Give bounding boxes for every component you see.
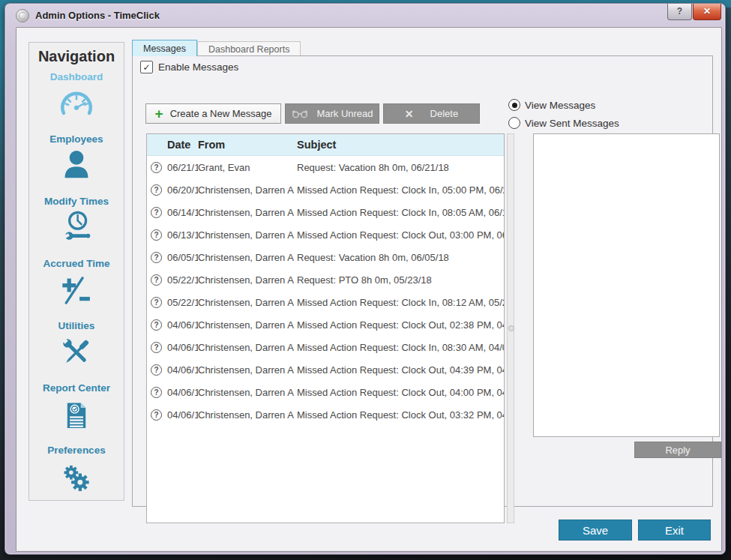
- person-icon: [57, 146, 96, 185]
- gears-icon: [57, 457, 96, 496]
- message-preview-panel: [533, 133, 720, 437]
- message-row[interactable]: ?06/14/18Christensen, Darren AMissed Act…: [147, 201, 504, 223]
- radio-label: View Sent Messages: [525, 118, 619, 129]
- message-row[interactable]: ?06/05/18Christensen, Darren ARequest: V…: [147, 246, 504, 268]
- cell-date: 04/06/18: [167, 319, 198, 331]
- cell-from: Christensen, Darren A: [198, 297, 297, 308]
- message-row[interactable]: ?04/06/18Christensen, Darren AMissed Act…: [147, 313, 504, 336]
- column-header-subject[interactable]: Subject: [297, 139, 504, 151]
- cell-date: 04/06/18: [167, 409, 198, 421]
- delete-label: Delete: [430, 108, 459, 119]
- splitter-handle[interactable]: [507, 133, 514, 523]
- reply-button[interactable]: Reply: [634, 442, 721, 458]
- radio-view-messages[interactable]: View Messages: [508, 96, 619, 114]
- message-row[interactable]: ?04/06/18Christensen, Darren AMissed Act…: [147, 381, 504, 403]
- cell-subject: Missed Action Request: Clock In, 05:00 P…: [297, 184, 504, 196]
- cell-date: 05/22/18: [167, 297, 198, 308]
- report-document-icon: [57, 395, 96, 434]
- cell-date: 06/13/18: [167, 229, 198, 241]
- radio-dot-icon: [512, 103, 517, 108]
- cell-from: Christensen, Darren A: [198, 319, 297, 331]
- navigation-title: Navigation: [29, 48, 124, 65]
- message-row[interactable]: ?04/06/18Christensen, Darren AMissed Act…: [147, 358, 504, 381]
- cell-date: 06/05/18: [167, 252, 198, 263]
- window-title: Admin Options - TimeClick: [35, 10, 160, 21]
- sidebar-item-utilities[interactable]: Utilities: [57, 320, 96, 382]
- cell-date: 06/21/18: [167, 162, 198, 173]
- checkbox-check-icon: ✓: [140, 61, 153, 73]
- cell-subject: Request: Vacation 8h 0m, 06/21/18: [297, 162, 504, 173]
- plus-icon: +: [155, 106, 163, 121]
- message-row[interactable]: ?04/06/18Christensen, Darren AMissed Act…: [147, 336, 504, 358]
- messages-tab-panel: ✓ Enable Messages + Create a New Message: [132, 55, 713, 507]
- sidebar-item-label: Preferences: [47, 445, 105, 456]
- radio-circle-icon: [508, 117, 520, 129]
- sidebar-item-dashboard[interactable]: Dashboard: [50, 71, 103, 133]
- mark-unread-label: Mark Unread: [316, 108, 373, 119]
- sidebar-item-label: Report Center: [43, 382, 110, 394]
- sidebar-item-accrued-time[interactable]: Accrued Time: [43, 258, 109, 320]
- sidebar-item-label: Utilities: [58, 320, 95, 331]
- glasses-icon: [291, 109, 309, 118]
- close-button[interactable]: ✕: [693, 4, 721, 20]
- question-status-icon: ?: [151, 184, 162, 196]
- radio-circle-icon: [508, 99, 520, 111]
- enable-messages-checkbox[interactable]: ✓ Enable Messages: [140, 61, 238, 73]
- messages-table-body: ?06/21/18Grant, EvanRequest: Vacation 8h…: [147, 156, 504, 426]
- question-status-icon: ?: [151, 162, 162, 173]
- navigation-items: Dashboard Employees Modify Times Accrued…: [29, 71, 124, 507]
- question-status-icon: ?: [151, 274, 162, 286]
- question-status-icon: ?: [151, 297, 162, 308]
- tab-dashboard-reports[interactable]: Dashboard Reports: [197, 41, 301, 56]
- question-status-icon: ?: [151, 207, 162, 218]
- cell-from: Grant, Evan: [198, 162, 297, 173]
- crossed-tools-icon: [57, 333, 96, 372]
- create-new-message-button[interactable]: + Create a New Message: [145, 103, 281, 124]
- column-header-date[interactable]: Date: [167, 139, 198, 151]
- cell-date: 05/22/18: [167, 274, 198, 286]
- cell-subject: Request: PTO 8h 0m, 05/23/18: [297, 274, 504, 286]
- sidebar-item-modify-times[interactable]: Modify Times: [44, 196, 109, 258]
- cell-from: Christensen, Darren A: [198, 342, 297, 353]
- cell-from: Christensen, Darren A: [198, 387, 297, 398]
- tab-bar: MessagesDashboard Reports: [132, 40, 301, 56]
- cell-from: Christensen, Darren A: [198, 252, 297, 263]
- sidebar-item-label: Accrued Time: [43, 258, 109, 269]
- delete-button[interactable]: ✕ Delete: [383, 103, 480, 124]
- cell-subject: Missed Action Request: Clock In, 08:30 A…: [297, 342, 504, 353]
- cell-subject: Missed Action Request: Clock In, 08:05 A…: [297, 207, 504, 218]
- message-row[interactable]: ?05/22/18Christensen, Darren AMissed Act…: [147, 291, 504, 313]
- app-logo-icon: [16, 9, 29, 22]
- message-row[interactable]: ?04/06/18Christensen, Darren AMissed Act…: [147, 403, 504, 426]
- cell-date: 04/06/18: [167, 364, 198, 376]
- radio-view-sent-messages[interactable]: View Sent Messages: [508, 114, 619, 132]
- message-row[interactable]: ?05/22/18Christensen, Darren ARequest: P…: [147, 268, 504, 291]
- sidebar-item-label: Employees: [49, 133, 103, 145]
- sidebar-item-label: Dashboard: [50, 71, 103, 82]
- question-status-icon: ?: [151, 229, 162, 241]
- sidebar-item-employees[interactable]: Employees: [49, 133, 103, 196]
- plus-minus-icon: [57, 271, 96, 310]
- cell-subject: Missed Action Request: Clock Out, 03:32 …: [297, 409, 504, 421]
- save-button[interactable]: Save: [559, 520, 632, 541]
- message-row[interactable]: ?06/20/18Christensen, Darren AMissed Act…: [147, 178, 504, 201]
- title-bar[interactable]: Admin Options - TimeClick ? ✕: [5, 4, 725, 26]
- cell-date: 04/06/18: [167, 342, 198, 353]
- splitter-grip-icon: [508, 325, 514, 331]
- create-new-message-label: Create a New Message: [170, 108, 272, 119]
- delete-x-icon: ✕: [405, 108, 414, 120]
- cell-date: 04/06/18: [167, 387, 198, 398]
- admin-options-window: Admin Options - TimeClick ? ✕ Navigation…: [4, 3, 726, 555]
- help-button[interactable]: ?: [667, 4, 692, 20]
- navigation-panel: Navigation Dashboard Employees Modify Ti…: [28, 42, 124, 501]
- message-row[interactable]: ?06/13/18Christensen, Darren AMissed Act…: [147, 223, 504, 246]
- tab-messages[interactable]: Messages: [132, 40, 197, 56]
- sidebar-item-report-center[interactable]: Report Center: [43, 382, 110, 445]
- message-row[interactable]: ?06/21/18Grant, EvanRequest: Vacation 8h…: [147, 156, 504, 178]
- desktop-background: Admin Options - TimeClick ? ✕ Navigation…: [0, 0, 731, 560]
- column-header-from[interactable]: From: [198, 139, 297, 151]
- cell-subject: Request: Vacation 8h 0m, 06/05/18: [297, 252, 504, 263]
- mark-unread-button[interactable]: Mark Unread: [285, 103, 379, 124]
- exit-button[interactable]: Exit: [638, 520, 711, 541]
- sidebar-item-preferences[interactable]: Preferences: [47, 445, 105, 507]
